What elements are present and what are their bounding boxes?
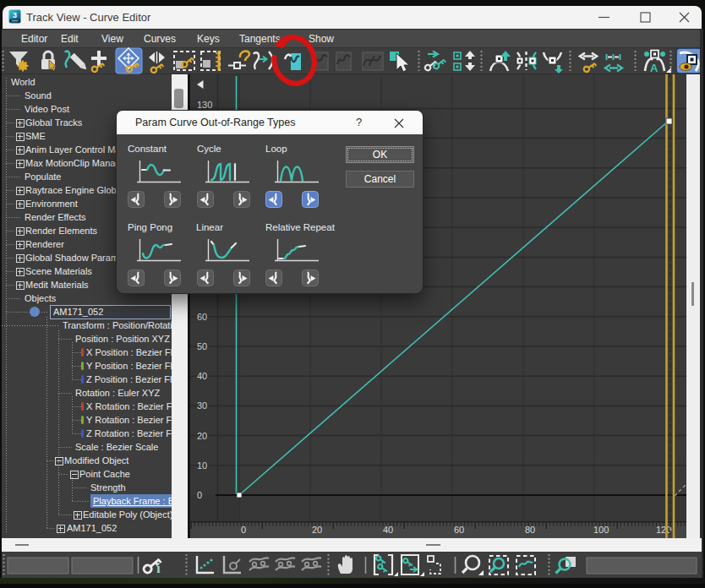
svg-text:Render Elements: Render Elements (25, 226, 97, 236)
svg-text:Transform : Position/Rotatio: Transform : Position/Rotatio (63, 320, 172, 330)
svg-text:120: 120 (656, 525, 671, 535)
svg-text:60: 60 (197, 312, 207, 322)
svg-text:10: 10 (197, 460, 207, 471)
svg-text:Video Post: Video Post (25, 104, 69, 114)
svg-text:20: 20 (197, 431, 207, 441)
svg-text:Objects: Objects (25, 293, 57, 303)
svg-text:Populate: Populate (25, 172, 61, 182)
svg-text:0: 0 (241, 525, 246, 535)
svg-text:40: 40 (383, 525, 393, 535)
svg-text:Editable Poly (Object): Editable Poly (Object) (83, 509, 172, 520)
svg-text:Strength: Strength (90, 482, 126, 493)
svg-text:Playback Frame : Be: Playback Frame : Be (93, 496, 172, 506)
svg-text:Y Rotation : Bezier Flo: Y Rotation : Bezier Flo (86, 415, 172, 425)
svg-text:X Position : Bezier Floa: X Position : Bezier Floa (86, 347, 172, 357)
svg-text:Sound: Sound (25, 90, 52, 101)
svg-text:20: 20 (312, 525, 322, 535)
svg-text:X Rotation : Bezier Flo: X Rotation : Bezier Flo (86, 401, 172, 411)
svg-text:30: 30 (197, 400, 207, 411)
svg-text:80: 80 (525, 525, 535, 535)
svg-text:Z Position : Bezier Floa: Z Position : Bezier Floa (86, 374, 172, 384)
svg-text:A: A (650, 62, 659, 74)
svg-text:40: 40 (197, 371, 207, 381)
svg-text:Rotation : Euler XYZ: Rotation : Euler XYZ (75, 388, 161, 398)
svg-text:Modified Object: Modified Object (64, 455, 128, 466)
svg-text:World: World (11, 77, 36, 87)
svg-text:Y Position : Bezier Floa: Y Position : Bezier Floa (86, 361, 172, 371)
svg-text:AM171_052: AM171_052 (67, 523, 117, 533)
svg-text:3: 3 (13, 11, 17, 19)
svg-text:Anim Layer Control Mana: Anim Layer Control Mana (25, 144, 132, 155)
svg-text:Scale : Bezier Scale: Scale : Bezier Scale (75, 442, 158, 452)
svg-text:100: 100 (593, 525, 609, 535)
svg-text:Position : Position XYZ: Position : Position XYZ (75, 334, 170, 344)
svg-text:50: 50 (197, 341, 207, 351)
svg-text:SME: SME (25, 131, 46, 141)
svg-text:Global Tracks: Global Tracks (25, 117, 83, 128)
svg-text:60: 60 (454, 525, 464, 535)
svg-text:Scene Materials: Scene Materials (25, 266, 92, 276)
svg-text:0: 0 (197, 490, 202, 500)
svg-text:130: 130 (197, 100, 212, 110)
svg-text:Raytrace Engine Globals: Raytrace Engine Globals (25, 185, 128, 195)
svg-text:Render Effects: Render Effects (25, 212, 86, 222)
svg-text:Medit Materials: Medit Materials (25, 280, 89, 290)
svg-text:Max MotionClip Manager: Max MotionClip Manager (25, 158, 129, 168)
svg-text:AM171_052: AM171_052 (53, 307, 103, 317)
svg-text:Renderer: Renderer (25, 239, 64, 249)
svg-text:i: i (156, 560, 161, 576)
svg-text:Environment: Environment (25, 199, 78, 209)
svg-text:Point Cache: Point Cache (79, 469, 130, 479)
svg-text:Z Rotation : Bezier Flo: Z Rotation : Bezier Flo (86, 428, 172, 438)
